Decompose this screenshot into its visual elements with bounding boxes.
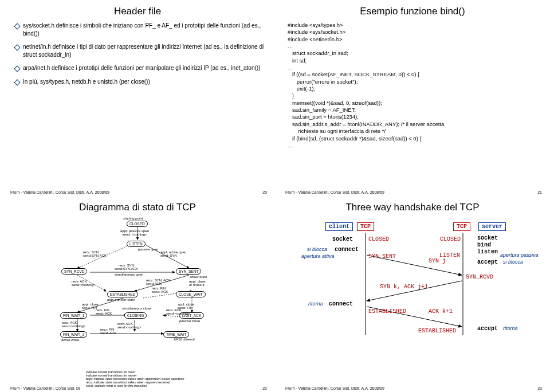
edge-label: appl: active open send: SYN (160, 250, 186, 257)
edge-label: recv: ACK send:<nothing> (117, 322, 141, 329)
state-synsent: SYN_SENT (176, 268, 201, 275)
label-connect: connect (329, 301, 353, 307)
note: simultaneous close (122, 307, 151, 310)
msg-synj: SYN j (429, 258, 446, 264)
note-siblocca: si blocca (503, 259, 523, 265)
note: starting point (123, 217, 143, 220)
tcp-box: TCP (357, 222, 374, 231)
edge-label: recv: FIN send: ACK (100, 328, 116, 335)
msg-synkack: SYN k, ACK j+1 (380, 284, 428, 290)
state-established: ESTABLISHED (107, 291, 138, 297)
bullet-item: In più, sys/types.h, netdb.h e unistd.h … (15, 78, 265, 86)
note: passive open (138, 248, 158, 251)
footer-text: From - Valeria Cardellini, Corso Sist. D… (10, 190, 109, 194)
slide-20: Header file sys/socket.h definisce i sim… (0, 0, 275, 196)
bullet-item: sys/socket.h definisce i simboli che ini… (15, 22, 265, 37)
note: simultaneous open (115, 273, 143, 276)
footer-text: From - Valeria Cardellini, Corso Sist. D… (10, 386, 80, 390)
msg-ackk: ACK k+1 (429, 308, 453, 315)
label-accept: accept (477, 259, 498, 265)
edge-label: recv: SYN send:SYN,ACK (83, 250, 107, 257)
edge-label: recv: SYN send:SYN,ACK (115, 264, 138, 271)
code-block: #include <sys/types.h> #include <sys/soc… (288, 22, 540, 149)
note-siblocca: si blocca (307, 246, 327, 252)
server-box: server (478, 222, 506, 231)
state-closewait: CLOSE_WAIT (176, 291, 206, 297)
note-ritorna: ritorna (308, 301, 323, 307)
state-synrcvd: SYN_RCVD (466, 274, 493, 280)
bullet-item: netinet/in.h definisce i tipi di dato pe… (15, 43, 265, 58)
slide-22: Diagramma di stato di TCP (0, 196, 275, 392)
label-socket: socket (332, 236, 353, 242)
slide-23: Three way handshake del TCP client TCP T… (275, 196, 550, 392)
legend: indicate normal transitions for client i… (86, 370, 184, 387)
state-closed: CLOSED (127, 221, 148, 227)
edge-label: recv: ACK send:<nothing> (72, 280, 95, 287)
label-socket: socket (477, 235, 498, 241)
note-ritorna: ritorna (503, 326, 518, 331)
state-established: ESTABLISHED (418, 328, 456, 334)
note: active open (190, 275, 207, 279)
edge-label: appl: passive open send: <nothing> (120, 229, 149, 236)
note-apatt: apertura attiva (301, 253, 335, 259)
label-bind: bind (477, 242, 491, 248)
edge-label: recv: SYN, ACK send:ACK (146, 279, 170, 285)
footer-text: From - Valeria Cardellini, Corso Sist. D… (285, 386, 384, 390)
state-finwait1: FIN_WAIT_1 (60, 312, 87, 319)
edge-label: recv: ACK send:<nothing> (166, 308, 190, 315)
state-synsent: SYN_SENT (368, 253, 396, 260)
edge-label: recv: FIN send: ACK (96, 308, 112, 315)
page-number: 22 (262, 386, 267, 390)
slide-title: Header file (10, 6, 265, 17)
state-finwait2: FIN_WAIT_2 (60, 331, 87, 338)
state-closed: CLOSED (368, 236, 389, 242)
state-listen: LISTEN (127, 241, 146, 247)
tcp-box: TCP (453, 222, 470, 231)
slide-title: Diagramma di stato di TCP (10, 202, 265, 213)
bullet-item: arpa/inet.h definisce i prototipi delle … (15, 64, 265, 72)
note: 2MSL timeout (174, 338, 195, 341)
slide-title: Three way handshake del TCP (285, 202, 540, 213)
edge-label: appl: close or timeout (189, 280, 206, 287)
state-closed: CLOSED (440, 236, 461, 242)
label-listen: listen (477, 249, 498, 255)
page-number: 20 (262, 190, 267, 194)
state-synrcvd: SYN_RCVD (61, 268, 87, 275)
edge-label: recv: FIN send: ACK (152, 287, 168, 293)
page-number: 21 (537, 190, 542, 194)
handshake-diagram: client TCP TCP server socket CLOSED CLOS… (285, 218, 540, 344)
state-closing: CLOSING (124, 312, 147, 319)
client-box: client (325, 222, 353, 231)
note: active close (61, 338, 79, 342)
slide-title: Esempio funzione bind() (285, 6, 540, 17)
tcp-state-diagram: starting point CLOSED appl: passive open… (43, 218, 232, 341)
note-appass: apertura passiva (500, 252, 539, 258)
page-number: 23 (537, 386, 542, 390)
edge-label: recv: ACK send:<nothing> (62, 321, 85, 328)
bullet-list: sys/socket.h definisce i simboli che ini… (10, 22, 265, 85)
note: data transfer state (107, 298, 135, 301)
label-accept: accept (477, 326, 498, 332)
footer-text: From - Valeria Cardellini, Corso Sist. D… (285, 190, 384, 194)
state-established: ESTABLISHED (368, 308, 406, 315)
slide-21: Esempio funzione bind() #include <sys/ty… (275, 0, 550, 196)
state-timewait: TIME_WAIT (163, 331, 189, 338)
label-connect: connect (335, 246, 359, 253)
note: passive close (179, 319, 200, 323)
